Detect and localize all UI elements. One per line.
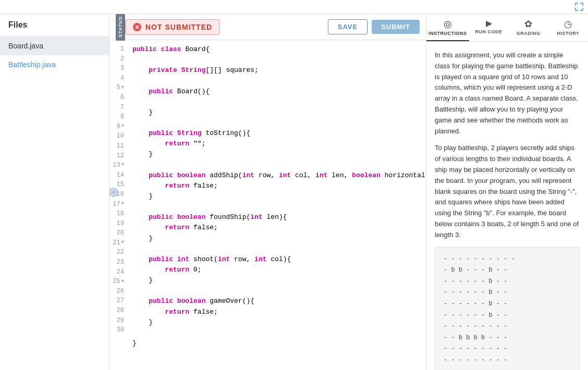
files-sidebar: Files Board.java Battleship.java [0, 14, 109, 370]
code-editor[interactable]: 12345▼6789▼10111213▼14151617▼18192021▼22… [109, 40, 426, 370]
tab-grading[interactable]: ✿ GRADING [509, 14, 548, 41]
line-number: 23 [109, 257, 128, 267]
code-line [132, 55, 426, 65]
code-line: } [132, 338, 426, 349]
line-number: 2 [109, 54, 128, 64]
not-submitted-badge: NOT SUBMITTED [125, 19, 220, 35]
line-number: 5▼ [109, 83, 128, 93]
code-line: return ""; [132, 139, 426, 149]
line-numbers: 12345▼6789▼10111213▼14151617▼18192021▼22… [109, 40, 128, 370]
instructions-icon: ◎ [444, 18, 452, 30]
code-line [132, 202, 426, 212]
files-header: Files [0, 14, 109, 36]
code-line [132, 328, 426, 338]
grid-row: - - - - - - - - - [444, 355, 571, 366]
history-tab-label: HISTORY [557, 31, 579, 36]
line-number: 30 [109, 325, 128, 335]
instructions-panel: ◎ INSTRUCTIONS ▶ RUN CODE ✿ GRADING ◷ HI… [426, 14, 588, 370]
code-line: } [132, 275, 426, 286]
status-bar: STATUS [116, 14, 125, 41]
grid-row: - - - - - - b - - [444, 276, 571, 288]
line-number: 19 [109, 219, 128, 229]
code-line: return 0; [132, 265, 426, 275]
code-line [132, 76, 426, 86]
not-submitted-text: NOT SUBMITTED [145, 23, 212, 31]
editor-toolbar: STATUS NOT SUBMITTED SAVE SUBMIT [109, 14, 426, 40]
line-number: 28 [109, 306, 128, 316]
instructions-paragraph-2: To play battleship, 2 players secretly a… [435, 143, 580, 240]
save-button[interactable]: SAVE [328, 19, 368, 34]
line-number: 29 [109, 316, 128, 326]
main-area: Files Board.java Battleship.java STATUS … [0, 14, 588, 370]
line-number: 11 [109, 141, 128, 151]
panel-content: In this assignment, you will create a si… [426, 42, 588, 370]
editor-area: STATUS NOT SUBMITTED SAVE SUBMIT 12345▼6… [109, 14, 426, 370]
grid-row: - - - - - - - - - - [444, 254, 571, 265]
tab-history[interactable]: ◷ HISTORY [548, 14, 588, 41]
instructions-tab-label: INSTRUCTIONS [428, 31, 467, 36]
line-number: 12 [109, 151, 128, 161]
grading-icon: ✿ [524, 18, 532, 30]
code-line: return false; [132, 181, 426, 191]
code-line: public int shoot(int row, int col){ [132, 254, 426, 265]
instructions-paragraph-1: In this assignment, you will create a si… [435, 50, 580, 137]
line-number: 18 [109, 209, 128, 219]
expand-icon[interactable] [574, 2, 584, 11]
line-number: 21▼ [109, 238, 128, 248]
top-bar [0, 0, 588, 14]
code-line: public boolean gameOver(){ [132, 296, 426, 306]
line-number: 24 [109, 267, 128, 277]
line-number: 3 [109, 64, 128, 73]
code-line [132, 160, 426, 170]
code-line: public boolean foundShip(int len){ [132, 212, 426, 223]
app-container: Files Board.java Battleship.java STATUS … [0, 0, 588, 370]
tab-instructions[interactable]: ◎ INSTRUCTIONS [426, 14, 469, 41]
grid-row: - - - - - - - - - [444, 321, 571, 332]
line-number: 10 [109, 131, 128, 141]
grid-row: - - - - - - b - - [444, 299, 571, 310]
line-number: 20 [109, 228, 128, 238]
panel-tabs: ◎ INSTRUCTIONS ▶ RUN CODE ✿ GRADING ◷ HI… [426, 14, 588, 42]
not-submitted-icon [133, 23, 141, 31]
line-number: 14 [109, 170, 128, 180]
code-line: } [132, 233, 426, 244]
file-item-battleship[interactable]: Battleship.java [0, 55, 109, 74]
code-line [132, 244, 426, 254]
grid-row: - b b - - - b - - [444, 265, 571, 276]
code-line: public String toString(){ [132, 128, 426, 139]
code-line: private String[][] squares; [132, 65, 426, 76]
line-number: 4 [109, 73, 128, 83]
grading-tab-label: GRADING [517, 31, 541, 36]
code-line [132, 349, 426, 359]
code-line: public boolean addShip(int row, int col,… [132, 170, 426, 181]
board-grid: - - - - - - - - - -- b b - - - b - -- - … [435, 247, 580, 370]
line-number: 1 [109, 44, 128, 54]
grid-row: - - - - - - b - - [444, 310, 571, 322]
code-line: return false; [132, 307, 426, 317]
line-number: 22 [109, 248, 128, 257]
line-number: 13▼ [109, 161, 128, 170]
history-icon: ◷ [564, 18, 572, 30]
code-line: } [132, 149, 426, 159]
code-content[interactable]: public class Board{ private String[][] s… [128, 40, 426, 370]
submit-button[interactable]: SUBMIT [372, 20, 420, 34]
code-line: } [132, 317, 426, 328]
file-item-board[interactable]: Board.java [0, 36, 109, 55]
tab-run-code[interactable]: ▶ RUN CODE [469, 14, 509, 41]
code-line [132, 118, 426, 128]
line-number: 27 [109, 296, 128, 306]
run-code-tab-label: RUN CODE [475, 29, 503, 34]
grid-row: - - - - - - b - - [444, 287, 571, 299]
line-number: 7 [109, 103, 128, 113]
line-number: 9▼ [109, 122, 128, 132]
line-number: 8 [109, 112, 128, 122]
code-line: } [132, 107, 426, 118]
code-line [132, 97, 426, 107]
line-number: 17▼ [109, 200, 128, 209]
line-number: 6 [109, 93, 128, 103]
line-number: 26 [109, 287, 128, 297]
grid-row: - - - - - - - - - [444, 343, 571, 355]
code-line [132, 286, 426, 296]
run-code-icon: ▶ [486, 18, 492, 28]
code-line: public class Board{ [132, 44, 426, 55]
